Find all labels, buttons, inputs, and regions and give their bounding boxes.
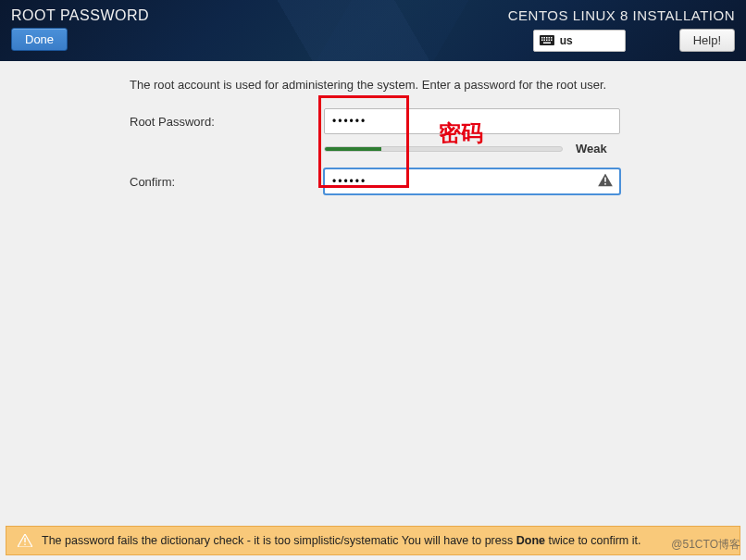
top-right: CENTOS LINUX 8 INSTALLATION: [508, 7, 735, 54]
svg-rect-10: [551, 40, 553, 42]
top-left: ROOT PASSWORD Done: [11, 7, 149, 54]
svg-rect-11: [543, 43, 551, 44]
password-strength-label: Weak: [576, 142, 607, 156]
keyboard-layout-code: us: [560, 34, 573, 47]
confirm-row: Confirm:: [130, 168, 727, 194]
warning-text-prefix: The password fails the dictionary check …: [42, 534, 516, 547]
svg-rect-7: [543, 40, 545, 42]
keyboard-icon: [540, 35, 554, 45]
warning-bar: The password fails the dictionary check …: [6, 526, 740, 555]
done-button[interactable]: Done: [11, 28, 68, 51]
warning-triangle-icon: [18, 534, 32, 547]
svg-rect-9: [548, 40, 550, 42]
content-area: The root account is used for administeri…: [0, 61, 746, 218]
svg-rect-3: [546, 37, 548, 39]
keyboard-layout-selector[interactable]: us: [533, 30, 626, 52]
top-bar: ROOT PASSWORD Done CENTOS LINUX 8 INSTAL…: [0, 0, 746, 61]
svg-rect-13: [604, 183, 606, 185]
svg-rect-1: [541, 37, 543, 39]
password-strength-bar: [324, 146, 563, 152]
svg-rect-8: [546, 40, 548, 42]
help-button[interactable]: Help!: [679, 29, 735, 52]
root-password-label: Root Password:: [130, 115, 324, 129]
svg-rect-12: [604, 178, 606, 182]
password-strength-row: Weak: [324, 142, 727, 156]
installer-title: CENTOS LINUX 8 INSTALLATION: [508, 7, 735, 23]
warning-text: The password fails the dictionary check …: [42, 534, 640, 547]
instruction-text: The root account is used for administeri…: [130, 78, 727, 92]
svg-rect-14: [24, 538, 25, 542]
password-strength-fill: [325, 147, 381, 151]
svg-rect-6: [541, 40, 543, 42]
svg-rect-2: [543, 37, 545, 39]
root-password-row: Root Password:: [130, 108, 727, 134]
confirm-password-input[interactable]: [324, 168, 620, 194]
svg-rect-15: [24, 544, 25, 545]
warning-text-bold: Done: [516, 534, 545, 547]
warning-text-suffix: twice to confirm it.: [545, 534, 641, 547]
page-title: ROOT PASSWORD: [11, 7, 149, 24]
svg-rect-4: [548, 37, 550, 39]
root-password-input[interactable]: [324, 108, 620, 134]
svg-rect-5: [551, 37, 553, 39]
confirm-label: Confirm:: [130, 175, 324, 189]
warning-icon: [598, 174, 613, 190]
